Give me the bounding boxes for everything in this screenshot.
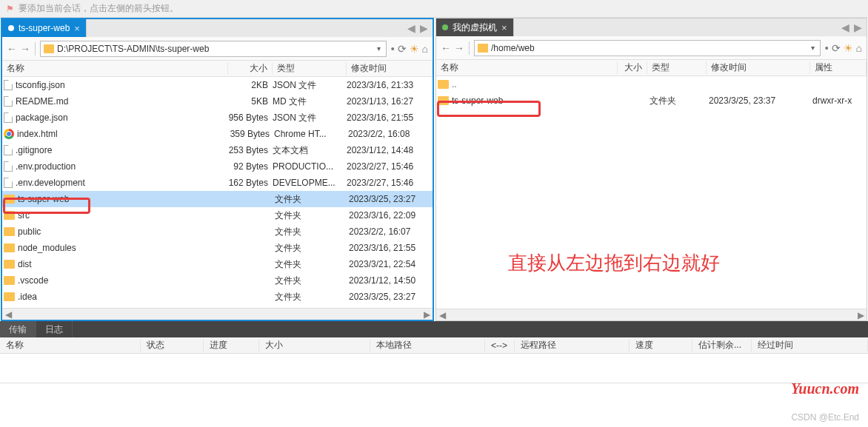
tab-prev-icon[interactable]: ◀ [407,22,415,34]
home-icon[interactable]: ⌂ [422,43,428,55]
dropdown-icon[interactable]: ▾ [375,44,383,53]
folder-icon [4,276,15,285]
bcol-name[interactable]: 名称 [0,339,141,352]
bcol-elapsed[interactable]: 经过时间 [752,339,868,352]
bcol-eta[interactable]: 估计剩余... [692,339,752,352]
tab-next-icon[interactable]: ▶ [854,21,862,33]
local-file-list[interactable]: tsconfig.json2KBJSON 文件2023/3/16, 21:33R… [2,77,433,308]
forward-icon[interactable]: → [20,43,30,55]
cell-modified: 2023/3/16, 21:55 [347,112,433,123]
forward-icon[interactable]: → [454,42,464,54]
table-row[interactable]: .idea文件夹2023/3/25, 23:27 [2,289,433,305]
chrome-icon [4,129,14,139]
scrollbar[interactable]: ◀ ▶ [436,309,867,320]
tab-nav: ◀ ▶ [403,19,433,37]
table-row[interactable]: public文件夹2023/2/2, 16:07 [2,223,433,240]
col-name[interactable]: 名称 [2,62,228,75]
cell-type: 文件夹 [275,291,349,303]
bottom-tabs: 传输 日志 [0,321,868,337]
refresh-arrow-icon[interactable]: ⟳ [398,43,407,55]
table-row[interactable]: .gitignore253 Bytes文本文档2023/1/12, 14:48 [2,142,433,158]
table-row[interactable]: README.md5KBMD 文件2023/1/13, 16:27 [2,93,433,110]
cell-name: dist [18,259,230,269]
cell-type: JSON 文件 [273,112,347,124]
local-tab-label: ts-super-web [19,23,70,33]
col-size[interactable]: 大小 [618,61,647,74]
cell-type: MD 文件 [273,95,347,108]
local-header-row: 名称 大小 类型 修改时间 [2,61,433,77]
col-type[interactable]: 类型 [273,62,347,75]
table-row[interactable]: dist文件夹2023/3/21, 22:54 [2,256,433,272]
hint-bar: ⚑ 要添加当前会话，点击左侧的箭头按钮。 [0,0,868,18]
scrollbar[interactable]: ◀ ▶ [2,308,433,320]
table-row[interactable]: package.json956 BytesJSON 文件2023/3/16, 2… [2,110,433,126]
cell-name: package.json [16,112,228,123]
bcol-speed[interactable]: 速度 [630,339,692,352]
col-name[interactable]: 名称 [436,61,618,74]
table-row[interactable]: node_modules文件夹2023/3/16, 21:55 [2,240,433,256]
tab-prev-icon[interactable]: ◀ [841,21,849,33]
tab-transfer[interactable]: 传输 [0,321,36,337]
bcol-local[interactable]: 本地路径 [370,339,485,352]
transfer-list[interactable] [0,354,868,383]
back-icon[interactable]: ← [7,43,17,55]
scroll-right-icon[interactable]: ▶ [421,309,433,320]
table-row[interactable]: .env.development162 BytesDEVELOPME...202… [2,175,433,191]
scroll-right-icon[interactable]: ▶ [855,309,867,320]
parent-dir-row[interactable]: .. [436,76,867,93]
credit: CSDN @Etc.End [791,412,859,423]
close-icon[interactable]: × [74,23,80,34]
tab-next-icon[interactable]: ▶ [420,22,428,34]
refresh-icon[interactable]: • [391,43,395,55]
star-icon[interactable]: ☀ [844,42,853,54]
col-attr[interactable]: 属性 [810,61,867,74]
scroll-left-icon[interactable]: ◀ [436,309,448,320]
bcol-progress[interactable]: 进度 [204,339,259,352]
back-icon[interactable]: ← [441,42,451,54]
cell-name: .idea [18,292,230,302]
watermark: Yuucn.com [791,380,859,397]
bcol-arrow[interactable]: <--> [485,340,515,351]
refresh-arrow-icon[interactable]: ⟳ [832,42,841,54]
close-icon[interactable]: × [501,22,507,33]
table-row[interactable]: .vscode文件夹2023/1/12, 14:50 [2,272,433,289]
cell-modified: 2023/3/25, 23:27 [349,292,433,302]
cell-type: 文本文档 [273,144,347,157]
bcol-size[interactable]: 大小 [259,339,370,352]
bcol-status[interactable]: 状态 [141,339,204,352]
table-row[interactable]: index.html359 BytesChrome HT...2023/2/2,… [2,126,433,142]
cell-size: 92 Bytes [228,161,273,172]
refresh-icon[interactable]: • [825,42,829,54]
table-row[interactable]: tsconfig.json2KBJSON 文件2023/3/16, 21:33 [2,77,433,93]
star-icon[interactable]: ☀ [410,43,419,55]
col-size[interactable]: 大小 [228,62,273,75]
cell-type: 文件夹 [275,193,349,206]
folder-icon [4,260,15,269]
folder-icon [4,227,15,236]
cell-size: 162 Bytes [228,178,273,188]
file-icon [4,80,13,90]
local-path-input[interactable]: D:\PROJECT\TS-ADMIN\ts-super-web ▾ [40,41,387,57]
table-row[interactable]: ts-super-web文件夹2023/3/25, 23:27 [2,191,433,207]
table-row[interactable]: .env.production92 BytesPRODUCTIO...2023/… [2,158,433,175]
cell-modified: 2023/2/27, 15:46 [347,161,433,172]
remote-tab[interactable]: 我的虚拟机 × [436,19,514,36]
remote-toolbar: ← → /home/web ▾ • ⟳ ☀ ⌂ [436,36,867,60]
transfer-header-row: 名称 状态 进度 大小 本地路径 <--> 远程路径 速度 估计剩余... 经过… [0,337,868,354]
dropdown-icon[interactable]: ▾ [809,44,817,52]
remote-path-input[interactable]: /home/web ▾ [474,40,821,56]
bcol-remote[interactable]: 远程路径 [515,339,630,352]
table-row[interactable]: ts-super-web文件夹2023/3/25, 23:37drwxr-xr-… [436,93,867,109]
cell-name: README.md [16,96,228,107]
col-modified[interactable]: 修改时间 [347,62,433,75]
local-tab[interactable]: ts-super-web × [2,19,87,37]
col-type[interactable]: 类型 [647,61,707,74]
table-row[interactable]: src文件夹2023/3/16, 22:09 [2,207,433,223]
cell-size: 956 Bytes [228,112,273,123]
remote-tab-label: 我的虚拟机 [453,21,497,34]
scroll-left-icon[interactable]: ◀ [2,309,14,320]
home-icon[interactable]: ⌂ [856,42,862,54]
col-modified[interactable]: 修改时间 [707,61,810,74]
tab-log[interactable]: 日志 [36,321,73,337]
cell-name: .vscode [18,275,230,286]
